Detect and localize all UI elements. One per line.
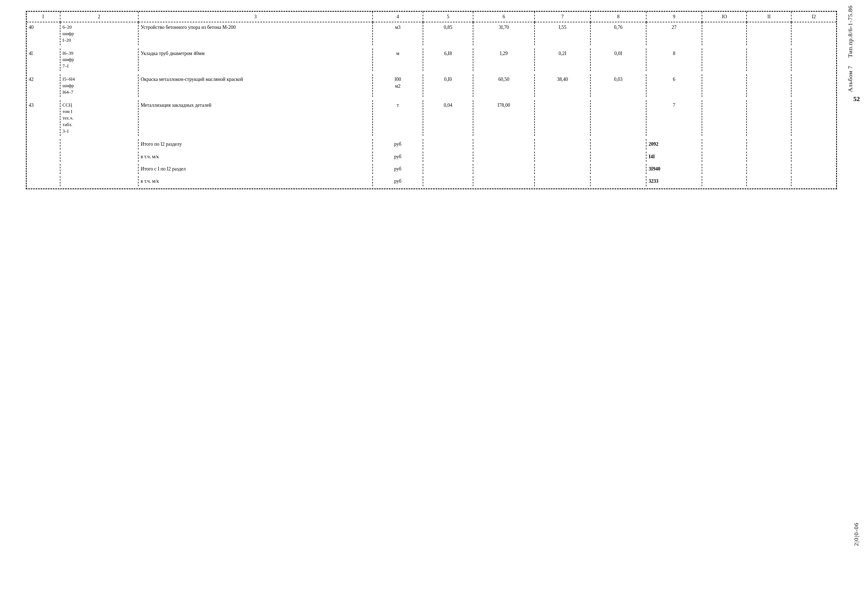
row-2-col-1: 42: [27, 74, 60, 97]
row-3-col-8: [590, 100, 646, 136]
summary-2-col1: [27, 164, 60, 174]
row-0-col-8: 0,76: [590, 22, 646, 45]
row-1-col-12: [791, 49, 836, 71]
row-3-col-2: ССЦ том I тех.ч. табл. 3–I: [60, 100, 138, 136]
summary-2-col7: [534, 164, 590, 174]
row-3-col-12: [791, 100, 836, 136]
summary-2-col10: [702, 164, 747, 174]
spacer-row: [27, 71, 836, 74]
bottom-code: 2|0|0-06: [853, 522, 860, 546]
summary-1-col6: [473, 152, 534, 162]
row-2-col-9: 6: [646, 74, 702, 97]
summary-0-value: 2092: [646, 139, 702, 149]
summary-1-label: в т.ч. м/к: [138, 152, 373, 162]
row-2-col-8: 0,03: [590, 74, 646, 97]
summary-1-unit: руб: [373, 152, 423, 162]
section-separator: [27, 136, 836, 139]
row-3-col-1: 43: [27, 100, 60, 136]
col-header-11: II: [747, 12, 791, 22]
row-1-col-1: 4I: [27, 49, 60, 71]
summary-0-col10: [702, 139, 747, 149]
summary-3-value: 3233: [646, 176, 702, 186]
summary-0-unit: руб: [373, 139, 423, 149]
row-3-col-11: [747, 100, 791, 136]
summary-0-col7: [534, 139, 590, 149]
row-3-col-4: т: [373, 100, 423, 136]
summary-3-col8: [590, 176, 646, 186]
right-sidebar: Тип.пр.8/6-1-75.86 Альбом 7: [833, 0, 868, 595]
row-3-col-9: 7: [646, 100, 702, 136]
row-0-col-3: Устройство бетонного упора из бетона М-2…: [138, 22, 373, 45]
summary-1-col8: [590, 152, 646, 162]
summary-row: в т.ч. м/круб3233: [27, 176, 836, 186]
col-header-8: 8: [590, 12, 646, 22]
summary-0-col11: [747, 139, 791, 149]
row-1-col-10: [702, 49, 747, 71]
row-3-col-10: [702, 100, 747, 136]
album-label: Альбом 7: [847, 66, 854, 92]
col-header-6: 6: [473, 12, 534, 22]
summary-3-col2: [60, 176, 138, 186]
spacer-row: [27, 45, 836, 49]
summary-2-label: Итого с I по I2 раздел: [138, 164, 373, 174]
col-header-7: 7: [534, 12, 590, 22]
row-0-col-9: 27: [646, 22, 702, 45]
spacer-row: [27, 97, 836, 100]
summary-2-col5: [423, 164, 473, 174]
summary-1-col1: [27, 152, 60, 162]
row-1-col-5: 6,I8: [423, 49, 473, 71]
page-number: 52: [853, 95, 860, 103]
row-1-col-4: м: [373, 49, 423, 71]
row-1-col-2: I6–39 шифр 7–I: [60, 49, 138, 71]
summary-2-col12: [791, 164, 836, 174]
page-container: I 2 3 4 5 6 7 8 9 IO II I2 406–20 шифр I…: [0, 0, 868, 595]
summary-1-col12: [791, 152, 836, 162]
table-row: 43ССЦ том I тех.ч. табл. 3–IМеталлизация…: [27, 100, 836, 136]
row-0-col-6: 3I,70: [473, 22, 534, 45]
summary-0-col5: [423, 139, 473, 149]
row-0-col-10: [702, 22, 747, 45]
row-2-col-2: I5–6I4 шифр I64–7: [60, 74, 138, 97]
row-2-col-4: I00 м2: [373, 74, 423, 97]
main-table: I 2 3 4 5 6 7 8 9 IO II I2 406–20 шифр I…: [27, 12, 836, 188]
summary-0-col1: [27, 139, 60, 149]
header-row: I 2 3 4 5 6 7 8 9 IO II I2: [27, 12, 836, 22]
summary-spacer: [27, 149, 836, 152]
summary-1-col5: [423, 152, 473, 162]
row-3-col-3: Металлизация закладных деталей: [138, 100, 373, 136]
summary-3-label: в т.ч. м/к: [138, 176, 373, 186]
row-0-col-4: м3: [373, 22, 423, 45]
col-header-9: 9: [646, 12, 702, 22]
row-2-col-7: 38,40: [534, 74, 590, 97]
summary-spacer: [27, 174, 836, 176]
summary-2-col11: [747, 164, 791, 174]
summary-row: в т.ч. м/крубI4I: [27, 152, 836, 162]
row-0-col-5: 0,85: [423, 22, 473, 45]
summary-row: Итого по I2 разделуруб2092: [27, 139, 836, 149]
doc-reference-label: Тип.пр.8/6-1-75.86: [847, 6, 854, 58]
summary-0-col8: [590, 139, 646, 149]
summary-spacer: [27, 186, 836, 188]
row-2-col-6: 60,50: [473, 74, 534, 97]
row-1-col-6: I,29: [473, 49, 534, 71]
table-row: 42I5–6I4 шифр I64–7Окраска металлокон-ст…: [27, 74, 836, 97]
summary-2-unit: руб: [373, 164, 423, 174]
row-0-col-7: I,55: [534, 22, 590, 45]
summary-3-col6: [473, 176, 534, 186]
row-1-col-3: Укладка труб диаметром 40мм: [138, 49, 373, 71]
summary-3-col5: [423, 176, 473, 186]
col-header-10: IO: [702, 12, 747, 22]
row-1-col-7: 0,2I: [534, 49, 590, 71]
summary-1-value: I4I: [646, 152, 702, 162]
summary-1-col2: [60, 152, 138, 162]
row-0-col-12: [791, 22, 836, 45]
summary-2-col6: [473, 164, 534, 174]
summary-0-col12: [791, 139, 836, 149]
row-0-col-11: [747, 22, 791, 45]
col-header-12: I2: [791, 12, 836, 22]
table-row: 4II6–39 шифр 7–IУкладка труб диаметром 4…: [27, 49, 836, 71]
summary-2-value: 3I940: [646, 164, 702, 174]
summary-0-col6: [473, 139, 534, 149]
table-wrapper: I 2 3 4 5 6 7 8 9 IO II I2 406–20 шифр I…: [26, 11, 837, 189]
row-2-col-5: 0,I0: [423, 74, 473, 97]
